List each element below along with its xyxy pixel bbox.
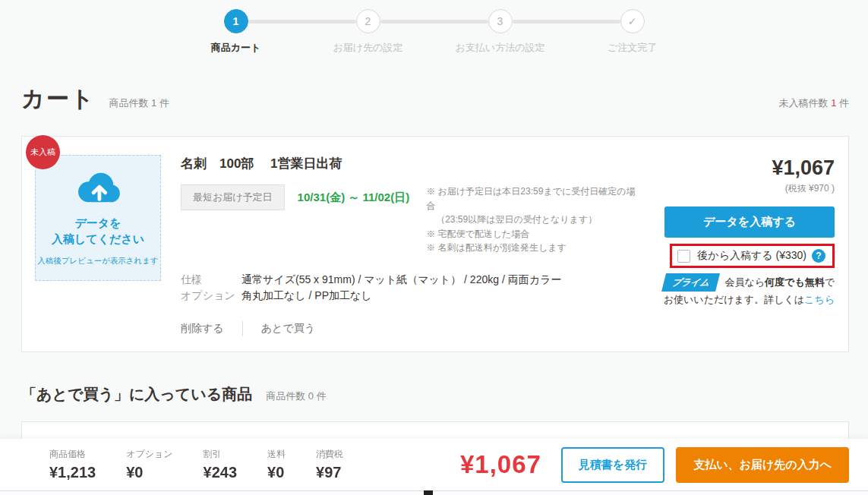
summary-item-price: 商品価格 ¥1,213 <box>49 448 96 481</box>
not-submitted-badge: 未入稿 <box>26 135 60 169</box>
step-number-badge: 2 <box>356 9 380 33</box>
cloud-upload-icon <box>70 169 126 207</box>
delivery-note-line: （23:59以降は翌日の受付となります） <box>426 213 636 227</box>
later-section-title: 「あとで買う」に入っている商品 <box>21 384 252 405</box>
summary-tax: 消費税 ¥97 <box>316 448 343 481</box>
spec-table: 仕様 通常サイズ(55 x 91mm) / マット紙（マット） / 220kg … <box>181 273 636 303</box>
step-number-badge: 1 <box>224 9 248 33</box>
delivery-note-line: ※ 宅配便で配送した場合 <box>426 227 636 241</box>
stepper-step-payment: 3 お支払い方法の設定 <box>434 9 567 55</box>
later-item-count: 商品件数 0 件 <box>266 389 326 403</box>
option-value: 角丸加工なし / PP加工なし <box>241 289 372 303</box>
upload-later-label: 後から入稿する (¥330) <box>697 249 806 263</box>
upload-later-checkbox[interactable] <box>677 250 690 263</box>
checkout-stepper: 1 商品カート 2 お届け先の設定 3 お支払い方法の設定 ✓ ご注文完了 <box>0 0 868 55</box>
issue-quote-button[interactable]: 見積書を発行 <box>561 447 664 483</box>
delivery-info-row: 最短お届け予定日 10/31(金) ～ 11/02(日) ※ お届け予定日は本日… <box>181 184 636 255</box>
stepper-connector <box>380 20 488 24</box>
stepper-step-cart: 1 商品カート <box>170 9 302 55</box>
step-label: お届け先の設定 <box>333 41 403 55</box>
delivery-note-line: ※ 名刺は配送料が別途発生します <box>426 241 636 255</box>
delivery-date-label: 最短お届け予定日 <box>181 184 285 210</box>
delivery-notes: ※ お届け予定日は本日23:59までに受付日確定の場合 （23:59以降は翌日の… <box>426 184 636 255</box>
step-label: 商品カート <box>211 41 261 55</box>
order-summary-bar: 商品価格 ¥1,213 オプション ¥0 割引 ¥243 送料 ¥0 消費税 ¥… <box>0 439 868 490</box>
item-count: 商品件数 1 件 <box>109 96 169 110</box>
cart-header: カート 商品件数 1 件 未入稿件数 1 件 <box>0 84 868 115</box>
summary-shipping: 送料 ¥0 <box>267 448 286 481</box>
spec-label: 仕様 <box>181 273 241 287</box>
spec-row: 仕様 通常サイズ(55 x 91mm) / マット紙（マット） / 220kg … <box>181 273 636 287</box>
item-actions: 削除する あとで買う <box>181 321 636 336</box>
viewport-bottom-edge <box>0 490 868 495</box>
step-number-badge: 3 <box>488 9 513 33</box>
item-price-tax-excluded: (税抜 ¥970 ) <box>785 182 835 195</box>
cart-item-card: 未入稿 データを 入稿してください 入稿後プレビューが表示されます <box>21 136 849 352</box>
stepper-connector <box>513 20 620 24</box>
save-for-later-link[interactable]: あとで買う <box>261 322 315 336</box>
upload-data-button[interactable]: データを入稿する <box>664 207 835 238</box>
check-icon: ✓ <box>620 9 645 33</box>
prime-details-link[interactable]: こちら <box>804 294 835 305</box>
delete-item-link[interactable]: 削除する <box>181 322 224 336</box>
upload-dropzone[interactable]: データを 入稿してください 入稿後プレビューが表示されます <box>35 155 161 281</box>
help-icon[interactable]: ? <box>812 249 825 263</box>
step-label: お支払い方法の設定 <box>456 41 545 55</box>
option-row: オプション 角丸加工なし / PP加工なし <box>181 289 636 303</box>
summary-discount: 割引 ¥243 <box>204 448 238 481</box>
cursor-artifact <box>424 490 433 495</box>
spec-value: 通常サイズ(55 x 91mm) / マット紙（マット） / 220kg / 両… <box>241 273 561 287</box>
prime-promo: プライム会員なら何度でも無料で お使いいただけます。詳しくはこちら <box>664 273 835 308</box>
step-label: ご注文完了 <box>608 41 657 55</box>
order-total: ¥1,067 <box>460 450 541 479</box>
upload-later-option-highlighted: 後から入稿する (¥330) ? <box>670 244 835 268</box>
product-thumbnail-area: 未入稿 データを 入稿してください 入稿後プレビューが表示されます <box>35 155 161 336</box>
later-section-header: 「あとで買う」に入っている商品 商品件数 0 件 <box>0 384 868 405</box>
checkout-button[interactable]: 支払い、お届け先の入力へ <box>676 447 849 483</box>
upload-preview-note: 入稿後プレビューが表示されます <box>37 256 159 266</box>
option-label: オプション <box>181 289 241 303</box>
pending-upload-count: 未入稿件数 1 件 <box>779 96 849 110</box>
divider <box>242 321 243 336</box>
item-price-panel: ¥1,067 (税抜 ¥970 ) データを入稿する 後から入稿する (¥330… <box>645 155 835 336</box>
item-price: ¥1,067 <box>772 158 835 178</box>
product-title: 名刺 100部 1営業日出荷 <box>181 155 636 172</box>
summary-options: オプション ¥0 <box>126 448 172 481</box>
page-title: カート <box>21 84 95 115</box>
upload-prompt: データを 入稿してください <box>52 215 144 247</box>
prime-badge: プライム <box>661 273 720 292</box>
product-details: 名刺 100部 1営業日出荷 最短お届け予定日 10/31(金) ～ 11/02… <box>181 155 636 336</box>
delivery-date-range: 10/31(金) ～ 11/02(日) <box>298 191 410 205</box>
stepper-step-complete: ✓ ご注文完了 <box>567 9 699 55</box>
delivery-note-line: ※ お届け予定日は本日23:59までに受付日確定の場合 <box>426 184 636 213</box>
stepper-connector <box>248 20 356 24</box>
stepper-step-shipping: 2 お届け先の設定 <box>302 9 434 55</box>
